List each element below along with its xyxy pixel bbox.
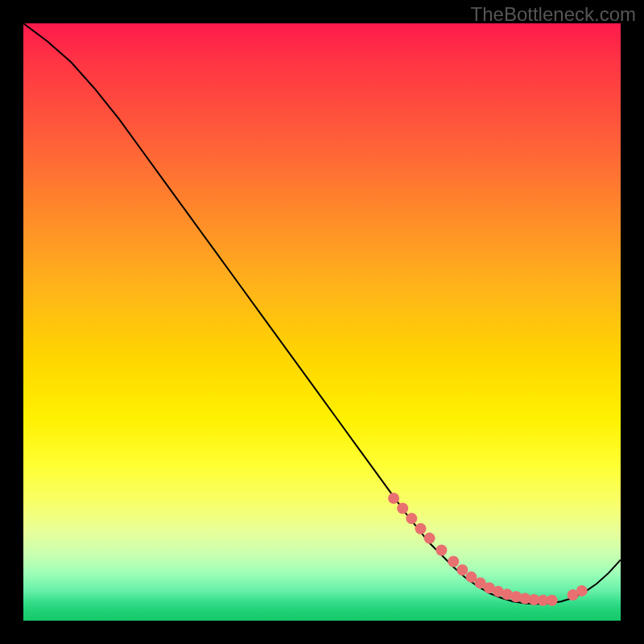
data-point [456,564,468,576]
data-point [576,585,588,597]
plot-area [23,23,621,621]
curve-line [23,23,621,604]
data-point [397,503,408,514]
data-point [424,533,436,544]
marker-group [388,493,588,606]
data-point [547,595,558,606]
data-point [436,544,447,555]
data-point [388,493,399,504]
chart-svg [23,23,621,621]
data-point [448,556,459,568]
watermark-text: TheBottleneck.com [471,3,636,26]
data-point [415,523,426,535]
data-point [406,513,417,524]
